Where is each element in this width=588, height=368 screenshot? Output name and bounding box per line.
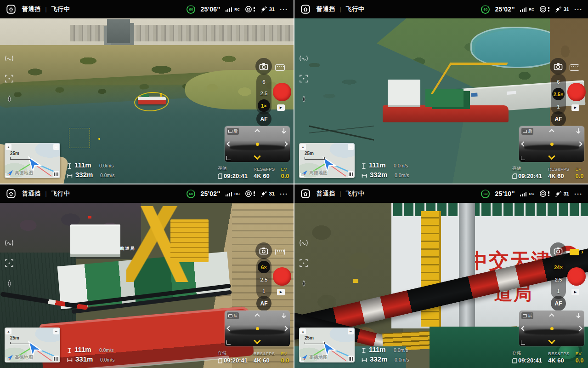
signal-bars-icon <box>226 191 232 196</box>
zoom-preset-button[interactable]: 1 <box>258 286 270 296</box>
map-zoom-out-button[interactable]: − <box>348 328 354 334</box>
map-zoom-out-button[interactable]: − <box>53 328 59 334</box>
home-button[interactable] <box>300 4 311 15</box>
autofocus-button[interactable]: AF <box>256 111 271 126</box>
autofocus-button[interactable]: AF <box>256 296 271 311</box>
record-button[interactable] <box>273 83 291 101</box>
camera-mode-button[interactable] <box>255 58 272 75</box>
playback-button[interactable]: ▶ <box>277 289 285 295</box>
gimbal-route-icon[interactable] <box>4 239 14 247</box>
map-layers-button[interactable] <box>53 171 59 177</box>
pan-up-chevron[interactable] <box>254 313 260 318</box>
map-layers-button[interactable] <box>53 356 59 362</box>
record-button[interactable] <box>567 267 586 286</box>
filmstrip-expand-chevron[interactable]: › <box>581 248 583 255</box>
map-compass-button[interactable]: ▲ <box>6 144 11 150</box>
map-zoom-out-button[interactable]: − <box>53 144 59 150</box>
zoom-preset-button[interactable]: 6 <box>552 76 565 87</box>
playback-button[interactable]: ▶ <box>277 104 285 111</box>
filmstrip-panel-button[interactable] <box>570 64 579 71</box>
home-button[interactable] <box>6 188 17 199</box>
pan-left-chevron[interactable] <box>521 326 526 331</box>
gimbal-route-icon[interactable] <box>299 239 309 247</box>
zoom-preset-button[interactable]: 2.5 <box>552 274 565 285</box>
camera-mode-button[interactable] <box>550 58 566 75</box>
map-compass-button[interactable]: ▲ <box>300 328 306 334</box>
pan-right-chevron[interactable] <box>577 326 582 331</box>
pan-left-chevron[interactable] <box>521 141 526 146</box>
pan-up-chevron[interactable] <box>549 313 554 318</box>
pan-down-chevron[interactable] <box>254 337 261 345</box>
wind-indicator-icon[interactable] <box>6 279 13 288</box>
record-button[interactable] <box>567 83 586 101</box>
map-layers-button[interactable] <box>348 171 354 177</box>
pan-down-chevron[interactable] <box>254 153 261 160</box>
record-button[interactable] <box>273 267 291 286</box>
collapse-arrow-icon[interactable] <box>576 312 581 319</box>
wind-indicator-icon[interactable] <box>300 95 307 103</box>
filmstrip-panel-button[interactable] <box>570 249 579 255</box>
map-zoom-out-button[interactable]: − <box>348 144 354 150</box>
camera-mode-button[interactable] <box>255 242 272 259</box>
spot-metering-icon[interactable] <box>300 75 308 83</box>
zoom-preset-button[interactable]: 2.5 <box>258 88 270 98</box>
zoom-preset-button[interactable]: 2.5× <box>552 88 565 100</box>
spot-metering-icon[interactable] <box>5 75 13 83</box>
autofocus-button[interactable]: AF <box>551 296 566 311</box>
collapse-arrow-icon[interactable] <box>576 128 581 134</box>
camera-mode-button[interactable] <box>550 242 566 259</box>
home-button[interactable] <box>6 4 17 15</box>
flight-mode-button[interactable]: 普通挡 <box>22 5 41 13</box>
zoom-preset-button[interactable]: 24× <box>552 261 565 273</box>
playback-button[interactable]: ▶ <box>571 104 579 111</box>
pan-right-chevron[interactable] <box>577 141 582 146</box>
autofocus-button[interactable]: AF <box>551 111 566 126</box>
pan-left-chevron[interactable] <box>226 141 232 146</box>
zoom-preset-button[interactable]: 6× <box>258 261 270 273</box>
drone-camera-panel-zoom-6x: 中交天津航道局 普通挡 | 飞行中 60 25'02'' RC <box>0 184 294 368</box>
zoom-preset-button[interactable]: 1 <box>552 101 565 112</box>
filmstrip-panel-button[interactable] <box>275 249 285 255</box>
pan-up-chevron[interactable] <box>549 129 554 134</box>
pan-left-chevron[interactable] <box>226 326 232 331</box>
pan-down-chevron[interactable] <box>548 337 555 345</box>
minimap[interactable]: 25m 高德地图 ▲ − <box>5 328 60 362</box>
minimap[interactable]: 25m 高德地图 ▲ − <box>299 328 355 362</box>
storage-time-remaining: 09:20:41 <box>224 172 248 179</box>
secondary-camera-preview[interactable]: 后 <box>225 310 290 346</box>
pan-right-chevron[interactable] <box>283 141 288 146</box>
zoom-preset-button[interactable]: 1 <box>552 286 565 296</box>
more-menu-button[interactable]: ··· <box>574 6 582 13</box>
minimap[interactable]: 25m 高德地图 ▲ − <box>5 143 60 178</box>
map-layers-button[interactable] <box>348 356 354 362</box>
flight-mode-button[interactable]: 普通挡 <box>317 190 335 198</box>
secondary-camera-preview[interactable]: 后 <box>225 126 290 162</box>
zoom-preset-button[interactable]: 2.5 <box>258 274 270 285</box>
more-menu-button[interactable]: ··· <box>280 6 288 13</box>
map-compass-button[interactable]: ▲ <box>6 328 11 334</box>
gimbal-route-icon[interactable] <box>299 54 309 63</box>
minimap[interactable]: 25m 高德地图 ▲ − <box>299 143 355 178</box>
map-compass-button[interactable]: ▲ <box>300 144 306 150</box>
pan-up-chevron[interactable] <box>254 129 260 134</box>
secondary-camera-preview[interactable]: 后 <box>519 310 584 346</box>
collapse-arrow-icon[interactable] <box>281 128 287 134</box>
pan-down-chevron[interactable] <box>548 153 555 160</box>
filmstrip-panel-button[interactable] <box>275 64 285 71</box>
more-menu-button[interactable]: ··· <box>280 190 288 198</box>
zoom-preset-button[interactable]: 6 <box>258 76 270 87</box>
zoom-preset-button[interactable]: 1× <box>258 99 270 112</box>
gimbal-route-icon[interactable] <box>4 54 14 63</box>
playback-button[interactable]: ▶ <box>571 289 579 295</box>
spot-metering-icon[interactable] <box>300 259 308 267</box>
pan-right-chevron[interactable] <box>283 326 288 331</box>
wind-indicator-icon[interactable] <box>6 95 13 103</box>
home-button[interactable] <box>300 188 311 199</box>
flight-mode-button[interactable]: 普通挡 <box>22 190 41 198</box>
spot-metering-icon[interactable] <box>5 259 13 267</box>
more-menu-button[interactable]: ··· <box>574 190 582 198</box>
wind-indicator-icon[interactable] <box>300 279 307 288</box>
collapse-arrow-icon[interactable] <box>281 312 287 319</box>
secondary-camera-preview[interactable]: 后 <box>519 126 584 162</box>
flight-mode-button[interactable]: 普通挡 <box>317 5 335 13</box>
